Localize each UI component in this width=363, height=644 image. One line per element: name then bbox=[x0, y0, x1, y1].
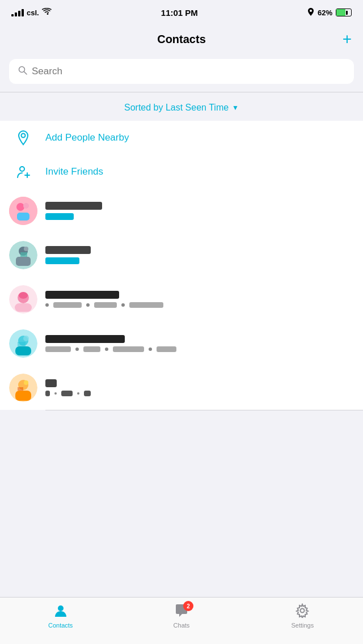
tab-bar: Contacts 2 Chats Settings bbox=[0, 597, 363, 644]
status-bar: csl. 11:01 PM 62% bbox=[0, 0, 363, 25]
svg-point-19 bbox=[19, 292, 28, 299]
status-time: 11:01 PM bbox=[161, 8, 198, 18]
contact-name-blur bbox=[45, 335, 125, 343]
contact-status-blur bbox=[45, 257, 79, 264]
list-item[interactable] bbox=[0, 366, 363, 410]
invite-icon bbox=[9, 164, 37, 180]
person-icon bbox=[53, 603, 68, 618]
contact-name-blur bbox=[45, 379, 57, 387]
svg-rect-22 bbox=[15, 346, 31, 355]
contact-name-blur bbox=[45, 202, 102, 210]
svg-point-14 bbox=[24, 247, 28, 251]
list-item[interactable] bbox=[0, 233, 363, 277]
avatar bbox=[9, 197, 37, 225]
svg-point-23 bbox=[23, 336, 29, 341]
svg-point-30 bbox=[58, 605, 64, 611]
svg-point-4 bbox=[20, 167, 24, 171]
invite-friends-label: Invite Friends bbox=[45, 166, 103, 177]
sort-row[interactable]: Sorted by Last Seen Time ▼ bbox=[0, 92, 363, 121]
page-title: Contacts bbox=[157, 33, 206, 46]
svg-rect-7 bbox=[9, 197, 37, 225]
add-contact-button[interactable]: + bbox=[343, 31, 352, 47]
wifi-icon bbox=[42, 8, 52, 17]
sort-chevron-icon: ▼ bbox=[232, 104, 239, 112]
status-left: csl. bbox=[11, 8, 52, 17]
signal-bars bbox=[11, 9, 24, 16]
svg-point-3 bbox=[22, 134, 26, 138]
status-right: 62% bbox=[307, 8, 352, 18]
sort-label[interactable]: Sorted by Last Seen Time ▼ bbox=[124, 103, 239, 113]
svg-rect-27 bbox=[15, 391, 31, 401]
tab-contacts[interactable]: Contacts bbox=[0, 603, 121, 629]
list-item[interactable] bbox=[0, 277, 363, 321]
contacts-list: Add People Nearby Invite Friends bbox=[0, 121, 363, 410]
svg-point-28 bbox=[24, 380, 28, 385]
svg-point-31 bbox=[301, 609, 305, 613]
battery-percent: 62% bbox=[318, 9, 332, 17]
tab-chats[interactable]: 2 Chats bbox=[121, 603, 242, 629]
add-people-nearby-label: Add People Nearby bbox=[45, 132, 129, 143]
tab-settings[interactable]: Settings bbox=[242, 603, 363, 629]
chat-badge: 2 bbox=[183, 601, 193, 611]
svg-point-10 bbox=[23, 203, 29, 209]
gear-icon bbox=[295, 603, 310, 618]
svg-point-8 bbox=[16, 203, 24, 211]
avatar bbox=[9, 285, 37, 313]
contact-name-blur bbox=[45, 291, 119, 299]
tab-contacts-label: Contacts bbox=[48, 622, 73, 629]
svg-rect-24 bbox=[18, 342, 26, 346]
avatar bbox=[9, 329, 37, 358]
svg-rect-18 bbox=[15, 303, 32, 312]
svg-rect-15 bbox=[20, 252, 27, 257]
avatar bbox=[9, 374, 37, 402]
contact-status-blur bbox=[45, 213, 74, 220]
search-icon bbox=[18, 66, 27, 77]
add-people-nearby-item[interactable]: Add People Nearby bbox=[0, 121, 363, 155]
carrier-label: csl. bbox=[27, 9, 39, 17]
tab-chats-label: Chats bbox=[174, 622, 190, 629]
svg-rect-9 bbox=[17, 213, 29, 221]
svg-point-0 bbox=[310, 10, 312, 12]
battery-icon bbox=[336, 9, 352, 16]
invite-friends-item[interactable]: Invite Friends bbox=[0, 155, 363, 189]
search-bar[interactable] bbox=[9, 59, 354, 84]
list-item[interactable] bbox=[0, 189, 363, 233]
header: Contacts + bbox=[0, 25, 363, 53]
search-input[interactable] bbox=[32, 66, 345, 77]
search-container bbox=[0, 53, 363, 92]
avatar bbox=[9, 241, 37, 269]
contact-name-blur bbox=[45, 246, 91, 254]
list-item[interactable] bbox=[0, 321, 363, 366]
svg-rect-29 bbox=[18, 387, 23, 391]
svg-rect-13 bbox=[16, 257, 31, 266]
location-icon bbox=[9, 130, 37, 146]
tab-settings-label: Settings bbox=[291, 622, 314, 629]
svg-line-2 bbox=[24, 72, 27, 75]
location-status-icon bbox=[307, 8, 314, 18]
